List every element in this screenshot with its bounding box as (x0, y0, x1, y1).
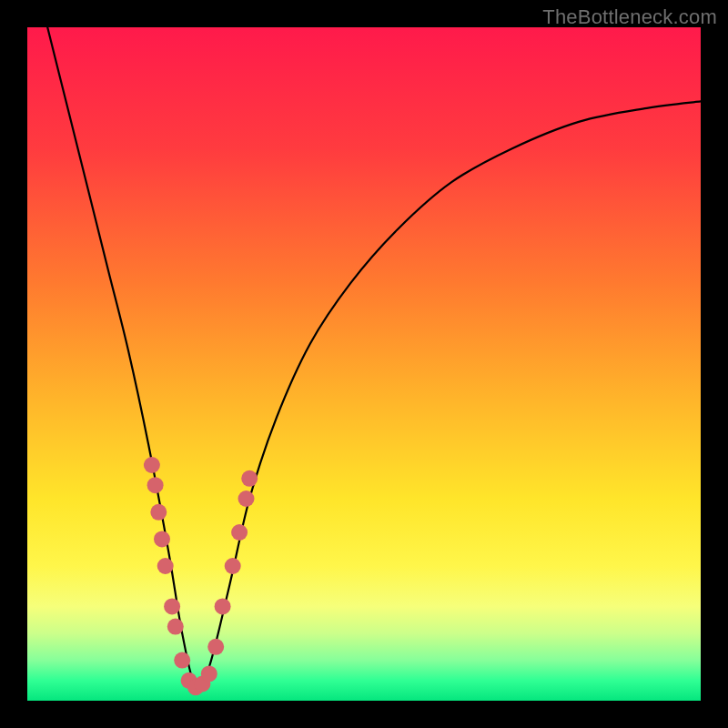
highlight-dot (238, 490, 255, 507)
highlight-dot (241, 470, 258, 487)
highlight-dot (150, 504, 167, 521)
highlight-dot (144, 457, 160, 473)
watermark-text: TheBottleneck.com (542, 5, 717, 29)
chart-frame: TheBottleneck.com (0, 0, 728, 728)
highlight-dot (215, 598, 231, 614)
highlight-dot (231, 524, 248, 541)
highlight-dot (174, 652, 190, 669)
highlight-dot (167, 619, 184, 635)
highlight-dot (147, 477, 164, 493)
highlight-dot (164, 598, 180, 614)
curve-layer (27, 27, 701, 701)
plot-area (27, 27, 701, 701)
bottleneck-curve (47, 27, 701, 689)
highlight-dot (154, 531, 170, 547)
highlight-dots-group (144, 457, 258, 695)
highlight-dot (157, 558, 174, 574)
highlight-dot (207, 639, 224, 655)
highlight-dot (225, 558, 241, 574)
highlight-dot (201, 665, 217, 682)
